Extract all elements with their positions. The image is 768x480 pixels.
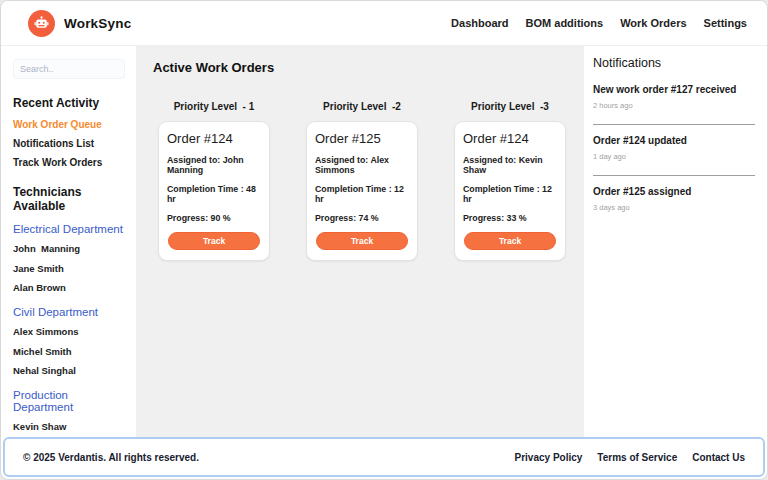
- progress: Progress: 74 %: [315, 213, 409, 223]
- department-electrical: Electrical Department John Manning Jane …: [13, 223, 126, 293]
- department-name: Production Department: [13, 389, 126, 413]
- completion-time: Completion Time : 12 hr: [315, 184, 409, 204]
- progress: Progress: 33 %: [463, 213, 557, 223]
- department-production: Production Department Kevin Shaw Linda L…: [13, 389, 126, 437]
- divider: [593, 175, 755, 176]
- work-order-card-2: Priority Level -2 Order #125 Assigned to…: [306, 101, 418, 261]
- notification-time: 3 days ago: [593, 203, 755, 212]
- footer-link-terms-of-service[interactable]: Terms of Service: [597, 452, 677, 463]
- notification-time: 2 hours ago: [593, 101, 755, 110]
- notifications-panel: Notifications New work order #127 receiv…: [584, 46, 767, 437]
- footer-links: Privacy Policy Terms of Service Contact …: [515, 452, 745, 463]
- work-order-card-3: Priority Level -3 Order #124 Assigned to…: [454, 101, 566, 261]
- page-title: Active Work Orders: [153, 60, 568, 75]
- sidebar-item-track-work-orders[interactable]: Track Work Orders: [13, 157, 126, 168]
- assigned-to: Assigned to: John Manning: [167, 155, 261, 175]
- technician-name: Kevin Shaw: [13, 421, 126, 432]
- department-name: Electrical Department: [13, 223, 126, 235]
- technician-name: Nehal Singhal: [13, 365, 126, 376]
- top-navigation: Dashboard BOM additions Work Orders Sett…: [451, 17, 747, 29]
- content-area: Recent Activity Work Order Queue Notific…: [1, 46, 767, 437]
- sidebar: Recent Activity Work Order Queue Notific…: [1, 46, 136, 437]
- technician-name: John Manning: [13, 243, 126, 254]
- robot-logo-icon: [28, 10, 55, 37]
- notification-text: New work order #127 received: [593, 84, 755, 95]
- order-number: Order #125: [315, 131, 409, 146]
- worksync-app: WorkSync Dashboard BOM additions Work Or…: [0, 0, 768, 480]
- brand: WorkSync: [28, 10, 131, 37]
- work-order-cards: Priority Level - 1 Order #124 Assigned t…: [153, 101, 568, 261]
- copyright-text: © 2025 Verdantis. All rights reserved.: [23, 452, 199, 463]
- app-title: WorkSync: [64, 16, 131, 31]
- technician-name: Alex Simmons: [13, 326, 126, 337]
- order-card: Order #125 Assigned to: Alex Simmons Com…: [306, 121, 418, 261]
- department-civil: Civil Department Alex Simmons Michel Smi…: [13, 306, 126, 376]
- notification-time: 1 day ago: [593, 152, 755, 161]
- sidebar-item-notifications-list[interactable]: Notifications List: [13, 138, 126, 149]
- main-panel: Active Work Orders Priority Level - 1 Or…: [136, 46, 584, 437]
- nav-settings[interactable]: Settings: [704, 17, 747, 29]
- divider: [593, 124, 755, 125]
- technician-name: Jane Smith: [13, 263, 126, 274]
- priority-label: Priority Level - 1: [174, 101, 255, 112]
- footer-link-privacy-policy[interactable]: Privacy Policy: [515, 452, 583, 463]
- track-button[interactable]: Track: [168, 232, 260, 250]
- assigned-to: Assigned to: Kevin Shaw: [463, 155, 557, 175]
- order-card: Order #124 Assigned to: Kevin Shaw Compl…: [454, 121, 566, 261]
- notification-item[interactable]: Order #124 updated 1 day ago: [593, 135, 755, 167]
- technician-name: Alan Brown: [13, 282, 126, 293]
- track-button[interactable]: Track: [316, 232, 408, 250]
- nav-dashboard[interactable]: Dashboard: [451, 17, 508, 29]
- technicians-heading: Technicians Available: [13, 185, 126, 213]
- notification-item[interactable]: New work order #127 received 2 hours ago: [593, 84, 755, 116]
- department-name: Civil Department: [13, 306, 126, 318]
- assigned-to: Assigned to: Alex Simmons: [315, 155, 409, 175]
- technician-name: Michel Smith: [13, 346, 126, 357]
- notification-item[interactable]: Order #125 assigned 3 days ago: [593, 186, 755, 218]
- nav-work-orders[interactable]: Work Orders: [620, 17, 686, 29]
- order-card: Order #124 Assigned to: John Manning Com…: [158, 121, 270, 261]
- app-header: WorkSync Dashboard BOM additions Work Or…: [1, 1, 767, 46]
- work-order-card-1: Priority Level - 1 Order #124 Assigned t…: [158, 101, 270, 261]
- footer-link-contact-us[interactable]: Contact Us: [692, 452, 745, 463]
- completion-time: Completion Time : 12 hr: [463, 184, 557, 204]
- priority-label: Priority Level -3: [471, 101, 549, 112]
- notification-text: Order #125 assigned: [593, 186, 755, 197]
- app-footer: © 2025 Verdantis. All rights reserved. P…: [3, 437, 765, 477]
- order-number: Order #124: [167, 131, 261, 146]
- notification-text: Order #124 updated: [593, 135, 755, 146]
- order-number: Order #124: [463, 131, 557, 146]
- recent-activity-heading: Recent Activity: [13, 96, 126, 110]
- sidebar-item-work-order-queue[interactable]: Work Order Queue: [13, 119, 126, 130]
- track-button[interactable]: Track: [464, 232, 556, 250]
- notifications-heading: Notifications: [593, 56, 755, 70]
- completion-time: Completion Time : 48 hr: [167, 184, 261, 204]
- nav-bom-additions[interactable]: BOM additions: [526, 17, 604, 29]
- progress: Progress: 90 %: [167, 213, 261, 223]
- search-input[interactable]: [13, 59, 125, 79]
- priority-label: Priority Level -2: [323, 101, 401, 112]
